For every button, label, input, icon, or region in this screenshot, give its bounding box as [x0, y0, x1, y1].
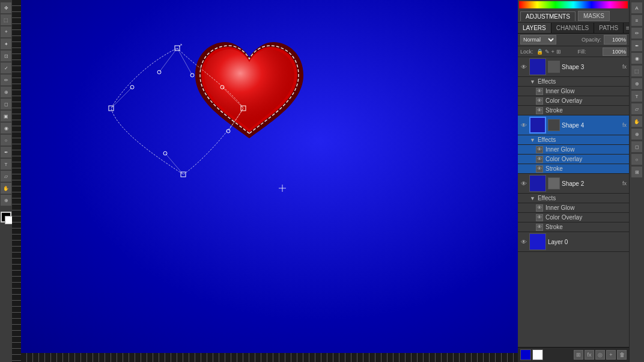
effect-name-shape2-ig: Inner Glow	[545, 204, 574, 211]
foreground-color[interactable]	[1, 212, 11, 222]
layer-item-shape4[interactable]: 👁 Shape 4 fx	[518, 115, 629, 135]
fx-shape2[interactable]: fx	[622, 180, 627, 186]
rt-tool-14[interactable]: ⊞	[631, 167, 642, 177]
effect-vis-shape2-ig[interactable]: 👁	[536, 204, 543, 212]
clone-tool[interactable]: ⊕	[1, 87, 11, 97]
hand-tool[interactable]: ✋	[1, 183, 11, 194]
tab-layers[interactable]: LAYERS	[518, 23, 551, 33]
rt-tool-5[interactable]: ◉	[631, 53, 642, 64]
rt-tool-3[interactable]: ✏	[631, 28, 642, 38]
name-shape4: Shape 4	[562, 122, 621, 129]
add-style-btn[interactable]: fx	[585, 350, 594, 360]
effect-color-overlay-shape4[interactable]: 👁 Color Overlay	[518, 155, 629, 164]
mask-shape3	[548, 61, 560, 73]
name-layer0: Layer 0	[548, 239, 627, 245]
layer-item-shape2[interactable]: 👁 Shape 2 fx	[518, 174, 629, 194]
rt-tool-6[interactable]: ⬚	[631, 66, 642, 76]
effect-stroke-shape4[interactable]: 👁 Stroke	[518, 164, 629, 174]
color-swatches	[520, 349, 543, 360]
add-mask-btn[interactable]: ◎	[595, 350, 605, 360]
opacity-input[interactable]: 100%	[604, 35, 627, 44]
lock-pixel-icon[interactable]: ✎	[545, 49, 550, 55]
swatch-blue[interactable]	[520, 349, 531, 360]
crop-tool[interactable]: ⊡	[1, 51, 11, 61]
effect-stroke-shape3[interactable]: 👁 Stroke	[518, 106, 629, 115]
effect-vis-shape4-st[interactable]: 👁	[536, 165, 543, 173]
effect-vis-shape4-co[interactable]: 👁	[536, 156, 543, 163]
mask-shape4	[548, 119, 560, 131]
rt-tool-1[interactable]: A	[631, 2, 642, 13]
eraser-tool[interactable]: ◻	[1, 99, 11, 109]
visibility-shape2[interactable]: 👁	[520, 180, 527, 187]
effect-name-shape4-co: Color Overlay	[545, 156, 582, 162]
swatch-white[interactable]	[532, 349, 543, 360]
effect-inner-glow-shape4[interactable]: 👁 Inner Glow	[518, 145, 629, 155]
effect-name-shape3-ig: Inner Glow	[545, 88, 574, 94]
rt-tool-7[interactable]: ⊕	[631, 78, 642, 89]
fx-shape3[interactable]: fx	[622, 64, 627, 70]
layer-item-layer0[interactable]: 👁 Layer 0	[518, 232, 629, 252]
effect-inner-glow-shape2[interactable]: 👁 Inner Glow	[518, 203, 629, 213]
visibility-layer0[interactable]: 👁	[520, 238, 527, 245]
rt-tool-4[interactable]: ✒	[631, 40, 642, 51]
lasso-tool[interactable]: ⌖	[1, 26, 11, 37]
link-layers-btn[interactable]: ⊞	[574, 350, 583, 360]
effect-name-shape2-co: Color Overlay	[545, 214, 582, 221]
tab-channels[interactable]: CHANNELS	[551, 23, 594, 33]
tab-paths[interactable]: PATHS	[594, 23, 624, 33]
fx-arrow-shape2: ▼	[530, 195, 535, 201]
visibility-shape3[interactable]: 👁	[520, 63, 527, 70]
effect-color-overlay-shape2[interactable]: 👁 Color Overlay	[518, 213, 629, 222]
rt-tool-12[interactable]: ◻	[631, 141, 642, 152]
dodge-tool[interactable]: ○	[1, 135, 11, 146]
effect-vis-shape3-ig[interactable]: 👁	[536, 88, 543, 95]
svg-line-4	[177, 48, 192, 75]
lock-extra-icon[interactable]: ⊞	[556, 49, 561, 55]
svg-line-5	[222, 87, 243, 108]
text-tool[interactable]: T	[1, 159, 11, 170]
eyedropper-tool[interactable]: ✓	[1, 63, 11, 73]
fx-arrow-shape4: ▼	[530, 137, 535, 143]
lock-all-icon[interactable]: +	[551, 49, 554, 55]
visibility-shape4[interactable]: 👁	[520, 121, 527, 129]
move-tool[interactable]: ✥	[1, 2, 11, 13]
effect-stroke-shape2[interactable]: 👁 Stroke	[518, 222, 629, 232]
adjustments-tab[interactable]: ADJUSTMENTS	[520, 11, 576, 21]
wand-tool[interactable]: ✦	[1, 38, 11, 49]
marquee-tool[interactable]: ⬚	[1, 14, 11, 25]
effect-vis-shape3-st[interactable]: 👁	[536, 107, 543, 114]
layer-actions: ⊞ fx ◎ + 🗑	[574, 350, 627, 360]
crosshair	[279, 185, 286, 192]
brush-tool[interactable]: ✏	[1, 75, 11, 85]
zoom-tool[interactable]: ⊕	[1, 195, 11, 206]
shape-tool[interactable]: ▱	[1, 171, 11, 182]
effect-color-overlay-shape3[interactable]: 👁 Color Overlay	[518, 96, 629, 106]
delete-layer-btn[interactable]: 🗑	[617, 350, 627, 360]
add-layer-btn[interactable]: +	[606, 350, 616, 360]
blur-tool[interactable]: ◉	[1, 123, 11, 133]
pen-tool[interactable]: ✒	[1, 147, 11, 158]
rt-tool-13[interactable]: ○	[631, 154, 642, 165]
rt-tool-10[interactable]: ✋	[631, 116, 642, 127]
rt-tool-11[interactable]: ⊕	[631, 129, 642, 140]
blend-mode-select[interactable]: Normal Multiply Screen	[520, 35, 556, 44]
layer-item-shape3[interactable]: 👁 Shape 3 fx	[518, 57, 629, 77]
fill-input[interactable]	[603, 48, 627, 56]
fx-shape4[interactable]: fx	[622, 122, 627, 128]
effect-vis-shape2-st[interactable]: 👁	[536, 224, 543, 231]
effect-vis-shape3-co[interactable]: 👁	[536, 97, 543, 105]
selection-path: ↗	[99, 42, 261, 180]
effect-inner-glow-shape3[interactable]: 👁 Inner Glow	[518, 87, 629, 96]
adj-masks-row: ADJUSTMENTS MASKS	[518, 10, 629, 23]
canvas-area[interactable]: ↗	[21, 0, 518, 362]
color-bar	[519, 1, 628, 8]
rt-tool-9[interactable]: ▱	[631, 103, 642, 114]
lock-position-icon[interactable]: 🔒	[536, 49, 543, 55]
svg-line-7	[111, 87, 132, 108]
gradient-tool[interactable]: ▣	[1, 111, 11, 121]
effect-vis-shape2-co[interactable]: 👁	[536, 214, 543, 221]
effect-vis-shape4-ig[interactable]: 👁	[536, 146, 543, 153]
rt-tool-2[interactable]: ≡	[631, 15, 642, 26]
masks-tab[interactable]: MASKS	[578, 11, 610, 21]
rt-tool-8[interactable]: T	[631, 91, 642, 102]
